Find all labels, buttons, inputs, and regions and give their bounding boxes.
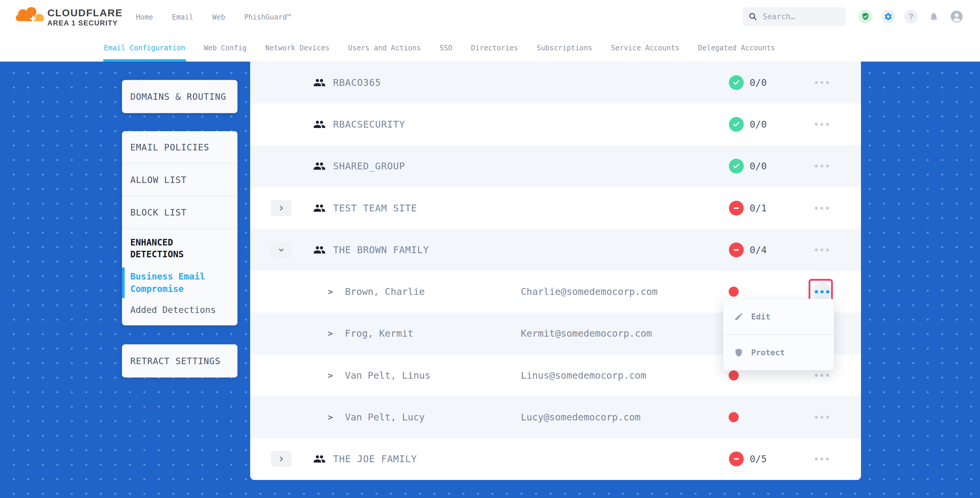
group-icon (313, 453, 326, 465)
cloudflare-logo-icon (15, 3, 46, 31)
sidebar-item-added-detections[interactable]: Added Detections (130, 305, 229, 315)
status-count: 0/0 (750, 119, 767, 130)
minus-icon (729, 452, 744, 466)
sidebar-label: EMAIL POLICIES (130, 142, 209, 153)
user-email: Lucy@somedemocorp.com (521, 412, 641, 423)
sidebar-item-enhanced-detections[interactable]: ENHANCED DETECTIONS (130, 237, 219, 260)
row-menu-button[interactable] (813, 244, 830, 256)
user-name: Brown, Charlie (345, 286, 425, 297)
help-icon[interactable]: ? (904, 10, 918, 23)
row-menu-button-active[interactable] (813, 282, 831, 301)
user-name: Frog, Kermit (345, 328, 413, 339)
row-menu-button[interactable] (813, 411, 830, 423)
group-name: SHARED_GROUP (333, 161, 405, 172)
menu-item-edit[interactable]: Edit (723, 299, 834, 334)
group-name: RBACSECURITY (333, 119, 405, 130)
status-count: 0/5 (750, 453, 767, 465)
status-badge: 0/0 (729, 159, 767, 173)
sidebar-label: ALLOW LIST (130, 175, 187, 185)
status-badge: 0/0 (729, 75, 767, 90)
sidebar-card-email-policies: EMAIL POLICIES ALLOW LIST BLOCK LIST ENH… (122, 131, 237, 325)
status-badge: 0/5 (729, 452, 767, 466)
brand-name: CLOUDFLARE (48, 7, 123, 18)
user-email: Charlie@somedemocorp.com (521, 286, 657, 297)
table-row-group: RBACO3650/0 (250, 62, 861, 103)
row-menu-button[interactable] (813, 118, 830, 130)
tab-subscriptions[interactable]: Subscriptions (537, 34, 592, 62)
row-menu-button[interactable] (813, 202, 830, 214)
group-name: RBACO365 (333, 77, 381, 88)
search-input[interactable] (762, 12, 837, 21)
shield-check-icon[interactable] (859, 10, 872, 23)
tab-directories[interactable]: Directories (471, 34, 518, 62)
sidebar-item-allow-list[interactable]: ALLOW LIST (122, 164, 237, 196)
row-menu-button[interactable] (813, 453, 830, 465)
check-icon (729, 117, 744, 132)
sidebar-section-enhanced-detections: ENHANCED DETECTIONS Business Email Compr… (122, 229, 237, 315)
row-menu-button[interactable] (813, 77, 830, 89)
sidebar-item-business-email-compromise[interactable]: Business Email Compromise (130, 270, 219, 295)
nav-phishguard[interactable]: PhishGuard™ (244, 13, 291, 21)
tab-email-configuration[interactable]: Email Configuration (104, 34, 185, 62)
tab-sso[interactable]: SSO (439, 34, 452, 62)
chevron-right-icon (278, 205, 285, 212)
chevron-right-icon: > (328, 286, 333, 297)
context-menu: Edit Protect (723, 299, 834, 371)
brand-subtitle: AREA 1 SECURITY (48, 18, 123, 28)
status-count: 0/0 (750, 77, 767, 88)
nav-web[interactable]: Web (212, 13, 225, 21)
menu-item-label: Protect (751, 348, 785, 357)
group-name: TEST TEAM SITE (333, 202, 417, 214)
sidebar-item-block-list[interactable]: BLOCK LIST (122, 196, 237, 229)
group-icon (313, 202, 326, 214)
menu-item-protect[interactable]: Protect (723, 334, 834, 370)
minus-icon (729, 242, 744, 257)
status-badge: 0/4 (729, 242, 767, 257)
row-menu-button[interactable] (813, 369, 830, 381)
search-box[interactable] (743, 7, 846, 26)
status-dot (729, 371, 739, 380)
tab-web-config[interactable]: Web Config (204, 34, 247, 62)
sidebar-label: DOMAINS & ROUTING (130, 91, 226, 102)
user-email: Kermit@somedemocorp.com (521, 328, 652, 339)
table-row-group: RBACSECURITY0/0 (250, 103, 861, 145)
group-name: THE JOE FAMILY (333, 453, 417, 465)
expand-toggle-button[interactable] (271, 451, 292, 467)
status-count: 0/4 (750, 244, 767, 256)
settings-gear-icon[interactable] (881, 10, 895, 23)
menu-item-label: Edit (751, 312, 770, 321)
table-row-group: TEST TEAM SITE0/1 (250, 187, 861, 229)
user-name: Van Pelt, Lucy (345, 412, 425, 423)
header-icons: ? (859, 10, 963, 23)
row-menu-button[interactable] (813, 160, 830, 172)
table-row-user: >Van Pelt, LucyLucy@somedemocorp.com (250, 396, 861, 438)
nav-home[interactable]: Home (136, 13, 153, 21)
tab-service-accounts[interactable]: Service Accounts (611, 34, 679, 62)
tab-users-and-actions[interactable]: Users and Actions (348, 34, 421, 62)
status-count: 0/0 (750, 161, 767, 172)
nav-email[interactable]: Email (172, 13, 193, 21)
account-avatar-icon[interactable] (950, 10, 963, 23)
chevron-down-icon (278, 247, 285, 253)
tab-network-devices[interactable]: Network Devices (265, 34, 329, 62)
group-icon (313, 76, 326, 89)
shield-icon (734, 348, 743, 357)
table-row-group: SHARED_GROUP0/0 (250, 145, 861, 187)
chevron-right-icon: > (328, 328, 333, 339)
status-count: 0/1 (750, 202, 767, 214)
top-nav: HomeEmailWebPhishGuard™ (136, 0, 291, 34)
sidebar-item-retract-settings[interactable]: RETRACT SETTINGS (122, 344, 237, 377)
tab-delegated-accounts[interactable]: Delegated Accounts (698, 34, 775, 62)
group-icon (313, 243, 326, 256)
brand-text: CLOUDFLARE AREA 1 SECURITY (48, 7, 123, 28)
expand-toggle-button[interactable] (271, 200, 292, 216)
tabs: Email ConfigurationWeb ConfigNetwork Dev… (104, 34, 775, 62)
sidebar-item-domains-routing[interactable]: DOMAINS & ROUTING (122, 80, 237, 113)
sidebar-item-email-policies[interactable]: EMAIL POLICIES (122, 131, 237, 164)
user-email: Linus@somedemocorp.com (521, 370, 646, 381)
notifications-bell-icon[interactable] (927, 10, 940, 23)
expand-toggle-button[interactable] (271, 242, 292, 258)
chevron-right-icon: > (328, 371, 333, 380)
check-icon (729, 75, 744, 90)
chevron-right-icon: > (328, 412, 333, 422)
